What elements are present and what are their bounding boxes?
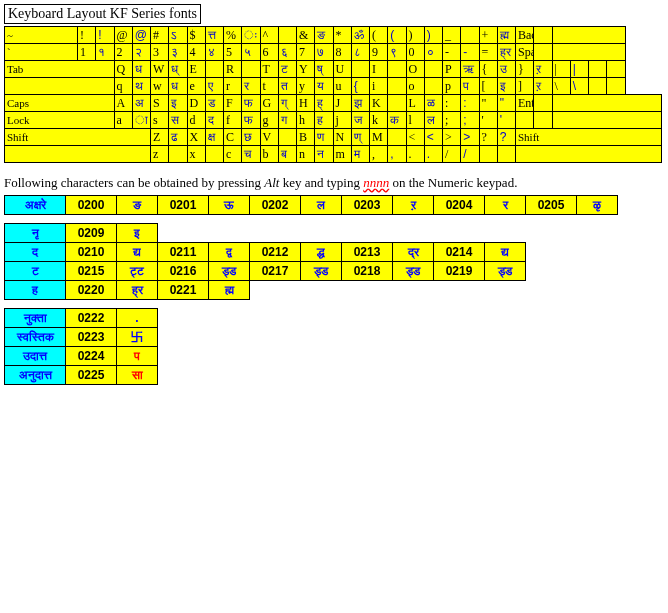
alt-note: Following characters can be obtained by …	[4, 175, 664, 191]
alt-table-3: नुक्ता0222.स्वस्तिक0223卐उदात्त0224पअनुदा…	[4, 308, 158, 385]
alt-table-2: नृ0209इद0210द्य0211द्व0212द्ध0213द्र0214…	[4, 223, 526, 300]
page-title: Keyboard Layout KF Series fonts	[4, 4, 201, 24]
keyboard-layout: ~!!@@#ऽ$त्त%ः^&ङ*ॐ(())_+ह्मBack`1१2२3३4४…	[4, 26, 662, 163]
alt-table-1: अक्षरे0200ङ0201ऊ0202ल0203ऱ0204र0205ळृ	[4, 195, 618, 215]
